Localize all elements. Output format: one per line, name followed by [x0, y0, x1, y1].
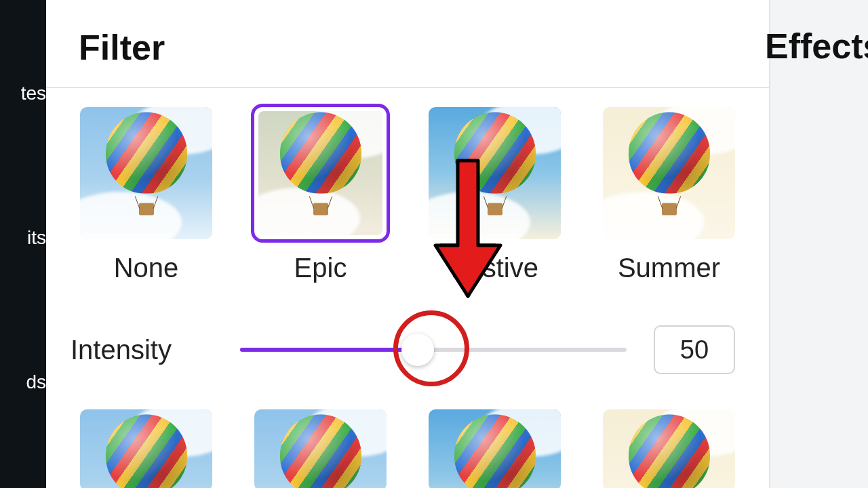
- filter-thumbnail-row2[interactable]: [603, 409, 735, 488]
- right-panel: [770, 0, 868, 488]
- filter-thumbnail[interactable]: [80, 107, 212, 239]
- filter-thumbnail-row2[interactable]: [80, 409, 212, 488]
- filter-grid-row2: [46, 374, 769, 488]
- sidebar-item-2[interactable]: its: [0, 227, 46, 249]
- filter-thumbnail[interactable]: [254, 107, 387, 239]
- filter-option-summer[interactable]: Summer: [603, 107, 735, 283]
- intensity-label: Intensity: [71, 335, 220, 365]
- filter-option-epic[interactable]: Epic: [254, 107, 387, 283]
- filter-panel: Filter None Epic Festive: [46, 0, 770, 488]
- filter-label: Epic: [294, 253, 347, 283]
- filter-label: Festive: [451, 253, 538, 283]
- sidebar-item-3[interactable]: ds: [0, 371, 46, 393]
- slider-thumb[interactable]: [401, 333, 434, 366]
- filter-thumbnail[interactable]: [603, 107, 735, 239]
- filter-thumbnail-row2[interactable]: [254, 409, 387, 488]
- intensity-slider[interactable]: [240, 329, 633, 370]
- filter-thumbnail-row2[interactable]: [429, 409, 561, 488]
- intensity-value-input[interactable]: 50: [654, 325, 735, 374]
- filter-option-festive[interactable]: Festive: [429, 107, 561, 283]
- tab-filter[interactable]: Filter: [79, 27, 165, 87]
- sidebar-item-1[interactable]: tes: [0, 83, 46, 104]
- tab-effects[interactable]: Effects: [765, 26, 868, 66]
- filter-option-none[interactable]: None: [80, 107, 212, 283]
- left-sidebar: tes its ds: [0, 0, 46, 488]
- intensity-row: Intensity 50: [46, 283, 769, 374]
- filter-thumbnail[interactable]: [429, 107, 561, 239]
- filter-grid: None Epic Festive Summer: [46, 88, 769, 283]
- filter-label: Summer: [618, 253, 720, 283]
- filter-label: None: [114, 253, 179, 283]
